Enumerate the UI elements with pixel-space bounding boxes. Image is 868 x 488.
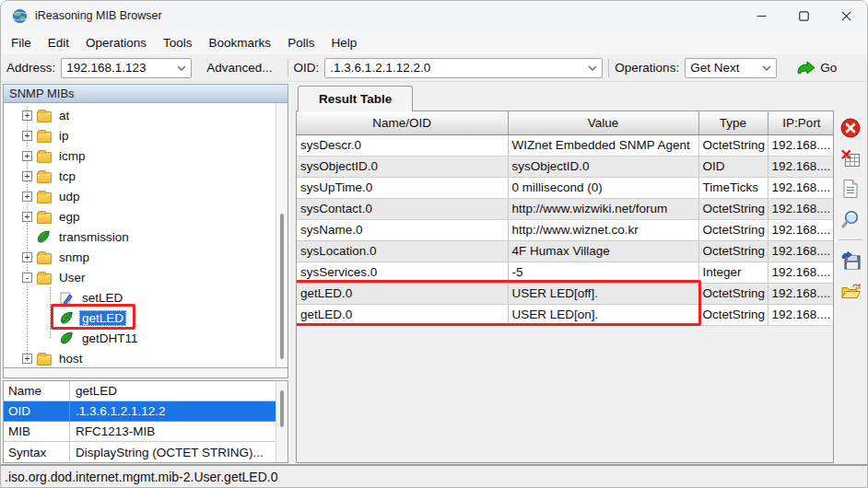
cell-ip-port: 192.168.... <box>768 198 834 219</box>
tab-result-table[interactable]: Result Table <box>298 86 413 111</box>
tree-item-transmission[interactable]: transmission <box>4 227 276 247</box>
expand-toggle-icon[interactable]: + <box>22 212 32 222</box>
table-row[interactable]: sysLocation.0 4F Humax Village OctetStri… <box>297 240 834 261</box>
property-row-name[interactable]: Name getLED <box>4 381 276 401</box>
scrollbar-thumb[interactable] <box>280 390 284 427</box>
tree-item-udp[interactable]: + udp <box>4 186 276 206</box>
menu-tools[interactable]: Tools <box>155 32 201 53</box>
table-row[interactable]: sysObjectID.0 sysObjectID.0 OID 192.168.… <box>297 156 834 177</box>
cell-ip-port: 192.168.... <box>768 283 834 304</box>
go-button[interactable]: Go <box>795 61 837 76</box>
property-key: Name <box>4 381 70 401</box>
chevron-down-icon <box>177 65 186 71</box>
property-row-syntax[interactable]: Syntax DisplayString (OCTET STRING)... <box>4 442 276 462</box>
expand-toggle-icon[interactable]: + <box>22 110 32 121</box>
tree-item-getdht11[interactable]: getDHT11 <box>4 328 276 348</box>
tree-item-tcp[interactable]: + tcp <box>4 166 276 186</box>
menu-bar: File Edit Operations Tools Bookmarks Pol… <box>1 30 867 54</box>
mib-tree-panel: SNMP MIBs + at + ip <box>1 82 290 464</box>
expand-toggle-icon[interactable]: + <box>22 131 32 141</box>
property-value: RFC1213-MIB <box>70 422 276 441</box>
property-key: OID <box>4 401 70 421</box>
address-value: 192.168.1.123 <box>66 61 173 75</box>
tree-item-user[interactable]: - User <box>4 267 276 287</box>
expand-toggle-icon[interactable]: + <box>22 151 32 161</box>
export-document-icon[interactable] <box>839 178 862 200</box>
stop-icon[interactable] <box>839 117 862 139</box>
table-row[interactable]: sysUpTime.0 0 millisecond (0) TimeTicks … <box>297 177 834 198</box>
main-area: SNMP MIBs + at + ip <box>1 82 867 464</box>
operations-combobox[interactable]: Get Next <box>685 58 777 78</box>
table-row[interactable]: sysName.0 http://www.wiznet.co.kr OctetS… <box>297 219 834 240</box>
tree-panel-title: SNMP MIBs <box>9 87 75 100</box>
oid-combobox[interactable]: .1.3.6.1.2.1.12.2.0 <box>324 58 603 78</box>
folder-icon <box>37 210 53 224</box>
folder-icon <box>37 109 53 122</box>
tree-item-at[interactable]: + at <box>4 105 276 125</box>
table-row[interactable]: sysContact.0 http://www.wizwiki.net/foru… <box>297 198 834 219</box>
cell-ip-port: 192.168.... <box>768 156 834 177</box>
scrollbar-thumb[interactable] <box>280 214 284 359</box>
toolbar-separator <box>839 239 862 240</box>
property-row-oid[interactable]: OID .1.3.6.1.2.1.12.2 <box>4 401 276 422</box>
cell-name: sysDescr.0 <box>297 134 508 156</box>
tree-item-snmp[interactable]: + snmp <box>4 247 276 267</box>
red-annotation-box-table <box>296 280 701 326</box>
result-panel: Result Table Name/OID Value Type IP:Port <box>290 82 834 464</box>
menu-polls[interactable]: Polls <box>279 32 323 53</box>
cell-type: OctetString <box>698 219 768 240</box>
folder-icon <box>37 250 53 264</box>
menu-help[interactable]: Help <box>323 32 365 53</box>
cell-type: TimeTicks <box>698 177 768 198</box>
column-header-value[interactable]: Value <box>508 111 698 134</box>
cell-type: OID <box>698 156 768 177</box>
tree-item-host[interactable]: + host <box>4 348 276 367</box>
tree-item-setled[interactable]: setLED <box>4 287 276 308</box>
address-label: Address: <box>6 61 55 75</box>
expand-toggle-icon[interactable]: + <box>22 192 32 202</box>
expand-toggle-icon[interactable]: + <box>22 252 32 262</box>
advanced-button[interactable]: Advanced... <box>197 59 281 76</box>
menu-operations[interactable]: Operations <box>77 32 155 53</box>
close-button[interactable] <box>825 1 867 30</box>
open-session-icon[interactable] <box>839 280 862 302</box>
folder-icon <box>37 352 53 366</box>
save-results-icon[interactable] <box>839 250 862 272</box>
tree-item-egp[interactable]: + egp <box>4 206 276 227</box>
tree-item-ip[interactable]: + ip <box>4 125 276 145</box>
cell-name: sysContact.0 <box>297 198 508 219</box>
maximize-button[interactable] <box>782 1 825 30</box>
column-header-name-oid[interactable]: Name/OID <box>297 111 508 134</box>
address-combobox[interactable]: 192.168.1.123 <box>61 58 192 78</box>
tree-item-icmp[interactable]: + icmp <box>4 145 276 166</box>
tree-item-label: setLED <box>79 290 125 306</box>
search-icon[interactable] <box>839 208 862 230</box>
table-row[interactable]: sysDescr.0 WIZnet Embedded SNMP Agent Oc… <box>297 134 834 156</box>
tree-horizontal-scrollbar[interactable] <box>3 368 288 378</box>
menu-bookmarks[interactable]: Bookmarks <box>201 32 280 53</box>
clear-table-icon[interactable] <box>839 147 862 169</box>
expand-toggle-icon[interactable]: + <box>22 171 32 181</box>
expand-toggle-icon[interactable]: + <box>22 354 32 364</box>
cell-type: Integer <box>698 261 768 283</box>
column-header-type[interactable]: Type <box>698 111 768 134</box>
tree-vertical-scrollbar[interactable] <box>276 103 287 367</box>
cell-value: 4F Humax Village <box>508 240 698 261</box>
app-window: iReasoning MIB Browser File Edit Operati… <box>0 0 868 488</box>
menu-file[interactable]: File <box>3 32 40 53</box>
toolbar-divider <box>608 59 609 77</box>
property-value: DisplayString (OCTET STRING)... <box>70 442 276 462</box>
properties-vertical-scrollbar[interactable] <box>276 381 287 462</box>
collapse-toggle-icon[interactable]: - <box>22 273 32 283</box>
tree-item-getled[interactable]: getLED <box>4 308 276 328</box>
column-header-ip-port[interactable]: IP:Port <box>768 111 834 134</box>
tree-item-label: snmp <box>56 250 92 265</box>
property-row-mib[interactable]: MIB RFC1213-MIB <box>4 422 276 442</box>
go-arrow-icon <box>795 61 815 76</box>
node-properties-table: Name getLED OID .1.3.6.1.2.1.12.2 MIB RF… <box>3 380 288 463</box>
tree-item-label: ip <box>56 128 72 144</box>
property-key: Syntax <box>4 442 70 462</box>
minimize-button[interactable] <box>740 1 782 30</box>
red-annotation-box-tree <box>51 304 135 330</box>
menu-edit[interactable]: Edit <box>40 32 77 53</box>
